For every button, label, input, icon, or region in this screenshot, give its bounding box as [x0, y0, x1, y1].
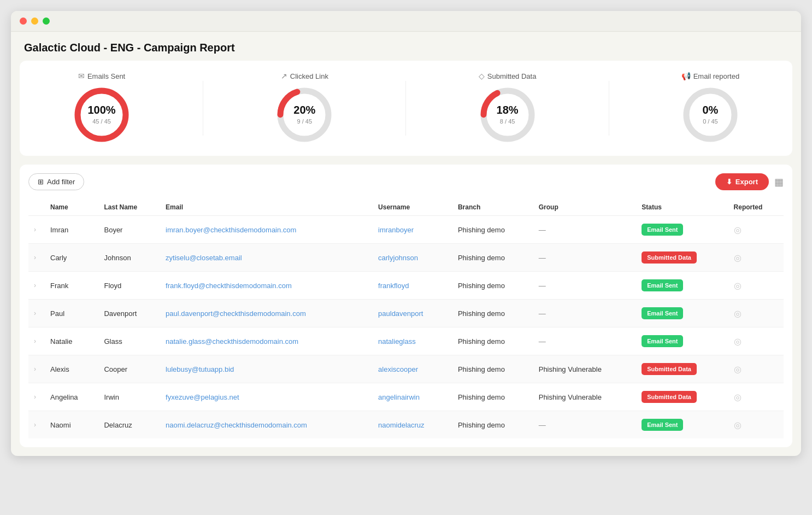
- status-badge: Submitted Data: [642, 391, 697, 403]
- donut-clicked-link: 20% 9 / 45: [274, 85, 334, 145]
- cell-name: Frank: [45, 272, 98, 300]
- table-row[interactable]: › Natalie Glass natalie.glass@checkthisd…: [28, 327, 784, 355]
- email-link[interactable]: fyxezuve@pelagius.net: [166, 393, 239, 401]
- cell-email[interactable]: zytiselu@closetab.email: [160, 244, 373, 272]
- status-badge: Email Sent: [642, 224, 683, 236]
- email-link[interactable]: natalie.glass@checkthisdemodomain.com: [166, 337, 298, 346]
- stat-fraction-submitted-data: 8 / 45: [500, 118, 515, 125]
- stat-card-emails-sent: ✉ Emails Sent 100% 45 / 45: [72, 72, 132, 145]
- email-link[interactable]: frank.floyd@checkthisdemodomain.com: [166, 282, 292, 290]
- row-expand-chevron[interactable]: ›: [28, 300, 45, 327]
- cell-reported: ◎: [728, 327, 784, 355]
- row-expand-chevron[interactable]: ›: [28, 411, 45, 439]
- titlebar: [11, 11, 801, 32]
- table-header-row: Name Last Name Email Username Branch Gro…: [28, 199, 784, 216]
- cell-name: Imran: [45, 216, 98, 244]
- cell-username: carlyjohnson: [373, 244, 452, 272]
- table-row[interactable]: › Imran Boyer imran.boyer@checkthisdemod…: [28, 216, 784, 244]
- table-row[interactable]: › Naomi Delacruz naomi.delacruz@checkthi…: [28, 411, 784, 439]
- stat-percent-email-reported: 0%: [702, 104, 718, 116]
- stats-section: ✉ Emails Sent 100% 45 / 45 ↗ Clicked Lin…: [20, 61, 792, 156]
- table-row[interactable]: › Angelina Irwin fyxezuve@pelagius.net a…: [28, 383, 784, 411]
- maximize-button[interactable]: [43, 17, 50, 25]
- cell-email[interactable]: fyxezuve@pelagius.net: [160, 383, 373, 411]
- stat-fraction-clicked-link: 9 / 45: [297, 118, 313, 125]
- row-expand-chevron[interactable]: ›: [28, 272, 45, 300]
- stat-fraction-emails-sent: 45 / 45: [92, 118, 111, 125]
- cell-email[interactable]: paul.davenport@checkthisdemodomain.com: [160, 300, 373, 327]
- cell-reported: ◎: [728, 411, 784, 439]
- col-status: Status: [636, 199, 728, 216]
- cell-lastname: Boyer: [98, 216, 160, 244]
- col-group: Group: [533, 199, 637, 216]
- reported-icon[interactable]: ◎: [734, 281, 742, 290]
- cell-email[interactable]: lulebusy@tutuapp.bid: [160, 355, 373, 383]
- cell-email[interactable]: naomi.delacruz@checkthisdemodomain.com: [160, 411, 373, 439]
- cell-username: natalieglass: [373, 327, 452, 355]
- stat-label-submitted-data: ◇ Submitted Data: [479, 72, 537, 80]
- cell-status: Email Sent: [636, 300, 728, 327]
- stat-icon-emails-sent: ✉: [78, 72, 85, 80]
- download-icon: ⬇: [726, 178, 732, 186]
- cell-group: —: [533, 272, 637, 300]
- add-filter-button[interactable]: ⊞ Add filter: [28, 173, 84, 190]
- main-window: Galactic Cloud - ENG - Campaign Report ✉…: [11, 11, 801, 456]
- stat-card-email-reported: 📢 Email reported 0% 0 / 45: [680, 72, 740, 145]
- export-button[interactable]: ⬇ Export: [715, 173, 769, 190]
- col-email: Email: [160, 199, 373, 216]
- cell-email[interactable]: frank.floyd@checkthisdemodomain.com: [160, 272, 373, 300]
- email-link[interactable]: zytiselu@closetab.email: [166, 254, 242, 262]
- status-badge: Submitted Data: [642, 251, 697, 264]
- reported-icon[interactable]: ◎: [734, 225, 742, 235]
- export-label: Export: [735, 178, 758, 186]
- close-button[interactable]: [20, 17, 27, 25]
- row-expand-chevron[interactable]: ›: [28, 383, 45, 411]
- table-row[interactable]: › Paul Davenport paul.davenport@checkthi…: [28, 300, 784, 327]
- cell-username: frankfloyd: [373, 272, 452, 300]
- data-table: Name Last Name Email Username Branch Gro…: [28, 199, 784, 438]
- filter-icon: ⊞: [38, 178, 44, 186]
- email-link[interactable]: imran.boyer@checkthisdemodomain.com: [166, 226, 296, 234]
- reported-icon[interactable]: ◎: [734, 365, 742, 374]
- email-link[interactable]: paul.davenport@checkthisdemodomain.com: [166, 309, 306, 318]
- grid-view-icon[interactable]: ▦: [774, 176, 784, 188]
- username-value: naomidelacruz: [378, 421, 425, 429]
- col-expand: [28, 199, 45, 216]
- cell-email[interactable]: natalie.glass@checkthisdemodomain.com: [160, 327, 373, 355]
- cell-lastname: Johnson: [98, 244, 160, 272]
- table-row[interactable]: › Alexis Cooper lulebusy@tutuapp.bid ale…: [28, 355, 784, 383]
- stat-card-clicked-link: ↗ Clicked Link 20% 9 / 45: [274, 72, 334, 145]
- reported-icon[interactable]: ◎: [734, 337, 742, 346]
- cell-group: Phishing Vulnerable: [533, 383, 637, 411]
- cell-branch: Phishing demo: [452, 244, 533, 272]
- table-row[interactable]: › Frank Floyd frank.floyd@checkthisdemod…: [28, 272, 784, 300]
- row-expand-chevron[interactable]: ›: [28, 244, 45, 272]
- group-value: Phishing Vulnerable: [539, 393, 602, 401]
- reported-icon[interactable]: ◎: [734, 253, 742, 262]
- col-branch: Branch: [452, 199, 533, 216]
- email-link[interactable]: naomi.delacruz@checkthisdemodomain.com: [166, 421, 307, 429]
- table-row[interactable]: › Carly Johnson zytiselu@closetab.email …: [28, 244, 784, 272]
- stat-label-text-email-reported: Email reported: [693, 72, 740, 80]
- cell-status: Email Sent: [636, 216, 728, 244]
- row-expand-chevron[interactable]: ›: [28, 216, 45, 244]
- cell-reported: ◎: [728, 216, 784, 244]
- row-expand-chevron[interactable]: ›: [28, 327, 45, 355]
- cell-username: naomidelacruz: [373, 411, 452, 439]
- reported-icon[interactable]: ◎: [734, 309, 742, 318]
- cell-email[interactable]: imran.boyer@checkthisdemodomain.com: [160, 216, 373, 244]
- email-link[interactable]: lulebusy@tutuapp.bid: [166, 365, 234, 373]
- cell-branch: Phishing demo: [452, 355, 533, 383]
- username-value: carlyjohnson: [378, 254, 418, 262]
- reported-icon[interactable]: ◎: [734, 420, 742, 430]
- minimize-button[interactable]: [31, 17, 38, 25]
- username-value: pauldavenport: [378, 309, 423, 318]
- group-dash: —: [539, 337, 546, 346]
- row-expand-chevron[interactable]: ›: [28, 355, 45, 383]
- group-value: Phishing Vulnerable: [539, 365, 602, 373]
- reported-icon[interactable]: ◎: [734, 393, 742, 402]
- stat-fraction-email-reported: 0 / 45: [703, 118, 718, 125]
- cell-lastname: Irwin: [98, 383, 160, 411]
- stat-card-submitted-data: ◇ Submitted Data 18% 8 / 45: [478, 72, 538, 145]
- stat-label-text-emails-sent: Emails Sent: [87, 72, 125, 80]
